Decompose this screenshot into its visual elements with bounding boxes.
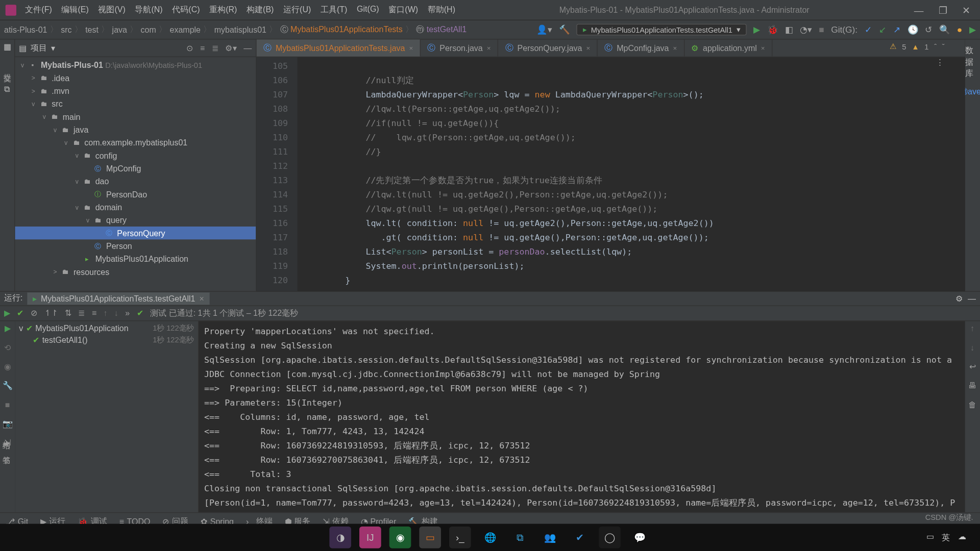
maximize-icon[interactable]: ❐	[935, 3, 951, 17]
crumb-item[interactable]: atis-Plus-01	[4, 25, 47, 35]
menu-item[interactable]: 帮助(H)	[424, 3, 459, 17]
eclipse-icon[interactable]: ◑	[329, 527, 351, 548]
collapse-icon[interactable]: ≡	[92, 308, 96, 318]
taskview-icon[interactable]: ▭	[926, 532, 934, 543]
ime-icon[interactable]: 英	[942, 532, 950, 543]
wrap-icon[interactable]: ↩	[969, 362, 976, 371]
cloud-icon[interactable]: ☁	[958, 532, 966, 543]
down-icon[interactable]: ↓	[114, 308, 118, 318]
select-opened-icon[interactable]: ⊙	[186, 43, 193, 53]
git-push-icon[interactable]: ↗	[893, 24, 901, 35]
run-tab[interactable]: ▸ MybatisPlus01ApplicationTests.testGetA…	[27, 292, 209, 305]
menu-item[interactable]: 运行(U)	[280, 3, 314, 17]
tree-item[interactable]: v🖿 main	[15, 110, 256, 123]
tree-item[interactable]: v🖿 domain	[15, 201, 256, 213]
test-tree-item[interactable]: v✔ MybatisPlus01Application 1秒 122毫秒	[18, 322, 195, 334]
breadcrumb[interactable]: atis-Plus-01〉src〉test〉java〉com〉example〉m…	[4, 24, 467, 36]
rerun-icon[interactable]: ▶	[4, 308, 10, 318]
crumb-item[interactable]: java	[112, 25, 127, 35]
sort-icon[interactable]: ↿↾	[44, 308, 58, 318]
expand-icon[interactable]: ≣	[78, 308, 85, 318]
run-config-select[interactable]: ▸ MybatisPlus01ApplicationTests.testGetA…	[577, 24, 747, 36]
windows-taskbar[interactable]: ◑ IJ ◉ ▭ ›_ 🌐 ⧉ 👥 ✔ ◯ 💬 ▭ 英 ☁	[0, 524, 980, 551]
editor-tab[interactable]: ⒸPerson.java×	[421, 39, 498, 56]
todo-icon[interactable]: ✔	[569, 527, 591, 548]
tab-close-icon[interactable]: ×	[673, 44, 677, 52]
run-left-gutter[interactable]: ▶ ⟲ ◉ 🔧 ■ 📷 ⇲	[0, 321, 15, 512]
structure-tool-icon[interactable]: ⧉	[4, 84, 10, 94]
inspection-widget[interactable]: ⚠5 ▲1 ˆˇ	[890, 42, 944, 51]
hammer-icon[interactable]: 🔨	[559, 24, 570, 35]
toggle-ignore-icon[interactable]: ⊘	[31, 308, 37, 318]
git-commit-icon[interactable]: ↙	[879, 24, 887, 35]
crumb-item[interactable]: mybatisplus01	[214, 25, 266, 35]
user-icon[interactable]: 👤▾	[536, 24, 552, 35]
tab-close-icon[interactable]: ×	[761, 44, 765, 52]
crumb-item[interactable]: test	[85, 25, 99, 35]
tree-item[interactable]: >🖿 .idea	[15, 71, 256, 84]
search-icon[interactable]: 🔍	[939, 24, 950, 35]
ide-icon[interactable]: ▶	[969, 24, 976, 35]
test-tree-item[interactable]: ✔ testGetAll1() 1秒 122毫秒	[18, 334, 195, 346]
crumb-item[interactable]: example	[170, 25, 201, 35]
menu-item[interactable]: 工具(T)	[317, 3, 351, 17]
stop3-icon[interactable]: ◉	[4, 362, 11, 371]
left-toolwindow-bar[interactable]: ▦ 提交 ⧉	[0, 39, 15, 291]
sort2-icon[interactable]: ⇅	[65, 308, 71, 318]
app-icon[interactable]: ◉	[389, 527, 411, 548]
tree-item[interactable]: v🖿 query	[15, 214, 256, 227]
up2-icon[interactable]: ↑	[970, 324, 974, 334]
project-header[interactable]: ▤ 项目 ▾ ⊙ ≡ ≣ ⚙▾ ―	[15, 39, 256, 57]
menu-item[interactable]: 导航(N)	[132, 3, 166, 17]
tree-item[interactable]: v🖿 dao	[15, 175, 256, 188]
project-tool-icon[interactable]: ▦	[4, 42, 11, 52]
vm-icon[interactable]: ▭	[419, 527, 441, 548]
project-tree[interactable]: v▪ Mybatis-Plus-01 D:\java\work\Mybatis-…	[15, 57, 256, 291]
export-icon[interactable]: »	[125, 308, 130, 318]
test-tree[interactable]: v✔ MybatisPlus01Application 1秒 122毫秒 ✔ t…	[15, 321, 199, 512]
tab-close-icon[interactable]: ×	[487, 44, 491, 52]
run-icon[interactable]: ▶	[753, 24, 760, 35]
run-toolbar[interactable]: ▶ ✔ ⊘ ↿↾ ⇅ ≣ ≡ ↑ ↓ » ✔ 测试 已通过: 1共 1 个测试 …	[0, 306, 980, 321]
close-icon[interactable]: ✕	[958, 3, 974, 17]
camera-icon[interactable]: 📷	[3, 419, 13, 429]
main-menu[interactable]: 文件(F)编辑(E)视图(V)导航(N)代码(C)重构(R)构建(B)运行(U)…	[22, 3, 459, 17]
run-right-gutter[interactable]: ↑ ↓ ↩ 🖶 🗑	[965, 321, 980, 512]
profile-icon[interactable]: ◔▾	[800, 24, 812, 35]
run-hide-icon[interactable]: ―	[968, 294, 976, 304]
settings-icon[interactable]: ⚙▾	[225, 43, 237, 53]
steam-icon[interactable]: ◯	[599, 527, 621, 548]
tree-item[interactable]: Ⓘ PersonDao	[15, 188, 256, 201]
intellij-icon[interactable]: IJ	[359, 527, 381, 548]
right-toolwindow-bar[interactable]: 数据库 Ⓜaven	[965, 39, 980, 291]
editor-tab[interactable]: ⒸMybatisPlus01ApplicationTests.java×	[257, 39, 421, 56]
menu-item[interactable]: 构建(B)	[243, 3, 277, 17]
terminal-icon[interactable]: ›_	[449, 527, 471, 548]
menu-item[interactable]: 编辑(E)	[58, 3, 92, 17]
tree-root[interactable]: v▪ Mybatis-Plus-01 D:\java\work\Mybatis-…	[15, 59, 256, 71]
tab-close-icon[interactable]: ×	[586, 44, 590, 52]
expand-all-icon[interactable]: ≡	[200, 43, 205, 53]
down2-icon[interactable]: ↓	[970, 343, 974, 353]
teams-icon[interactable]: 👥	[539, 527, 561, 548]
minimize-icon[interactable]: ―	[910, 3, 928, 17]
editor-tab[interactable]: ⒸMpConfig.java×	[598, 39, 684, 56]
tree-item[interactable]: Ⓒ Person	[15, 239, 256, 252]
stop2-icon[interactable]: ⟲	[4, 343, 11, 353]
menu-item[interactable]: 窗口(W)	[385, 3, 422, 17]
trash-icon[interactable]: 🗑	[968, 400, 976, 410]
database-tab[interactable]: 数据库	[965, 45, 980, 80]
menu-item[interactable]: 代码(C)	[169, 3, 204, 17]
run-settings-icon[interactable]: ⚙	[955, 294, 963, 304]
rerun2-icon[interactable]: ▶	[5, 324, 11, 334]
crumb-item[interactable]: ⓜ testGetAll1	[416, 24, 467, 36]
hide-icon[interactable]: ―	[243, 43, 252, 53]
console-output[interactable]: Property 'mapperLocations' was not speci…	[199, 321, 965, 512]
stop-square-icon[interactable]: ■	[5, 400, 10, 410]
stop-icon[interactable]: ■	[819, 24, 824, 35]
code-area[interactable]: 105 106 107 108 109 110 111 112 113 114 …	[257, 57, 965, 291]
tree-item[interactable]: >🖿 resources	[15, 265, 256, 278]
editor-tabs[interactable]: ⒸMybatisPlus01ApplicationTests.java×ⒸPer…	[257, 39, 965, 57]
tree-item[interactable]: v🖿 config	[15, 149, 256, 162]
code[interactable]: //null判定 LambdaQueryWrapper<Person> lqw …	[298, 57, 965, 291]
